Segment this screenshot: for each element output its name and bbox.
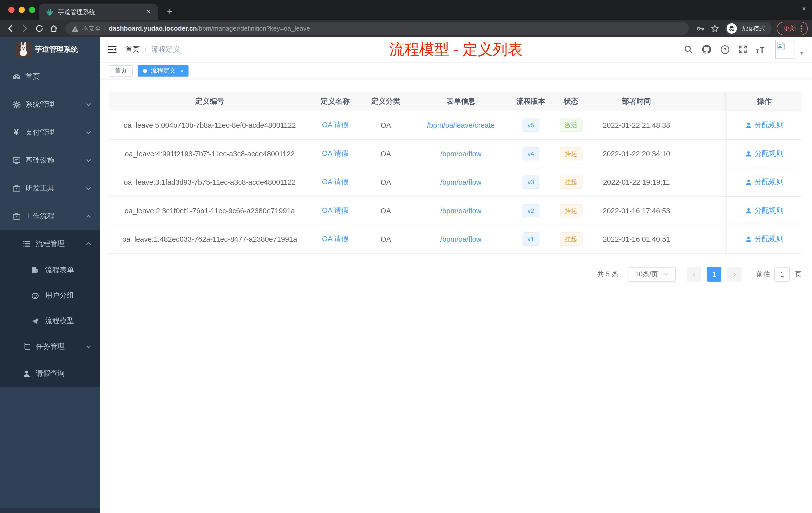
- deploy-time: 2022-01-22 20:34:10: [590, 150, 683, 158]
- address-bar[interactable]: 不安全 dashboard.yudao.iocoder.cn/bpm/manag…: [65, 22, 689, 35]
- sidebar-item-label: 请假查询: [36, 369, 92, 379]
- chevron-down-icon: [85, 344, 92, 350]
- definition-name-link[interactable]: OA 请假: [322, 149, 348, 157]
- incognito-label: 无痕模式: [741, 24, 765, 33]
- definition-name-link[interactable]: OA 请假: [322, 177, 348, 186]
- bookmark-star-icon[interactable]: [708, 22, 721, 35]
- browser-menu-dots-icon[interactable]: [801, 25, 802, 32]
- assign-rule-link[interactable]: 分配规则: [745, 121, 784, 130]
- sidebar-collapse-icon[interactable]: [108, 46, 116, 54]
- tag-process-definition[interactable]: 流程定义 ×: [138, 65, 189, 76]
- breadcrumb: 首页 / 流程定义: [125, 45, 180, 54]
- column-header: 定义分类: [360, 97, 411, 106]
- github-icon[interactable]: [702, 44, 712, 54]
- page-unit-label: 页: [795, 270, 802, 279]
- table-row: oa_leave:4:991f2193-7b7f-11ec-a3c8-acde4…: [109, 140, 802, 168]
- page-size-select[interactable]: 10条/页: [628, 267, 676, 281]
- sidebar-item-devtools[interactable]: 研发工具: [0, 175, 100, 202]
- pagination: 共 5 条 10条/页 1 前往 页: [109, 267, 802, 281]
- document-edit-icon: [31, 266, 39, 274]
- forward-icon[interactable]: [19, 22, 31, 35]
- reload-icon[interactable]: [33, 22, 46, 35]
- form-link[interactable]: /bpm/oa/flow: [440, 235, 482, 243]
- close-window-button[interactable]: [8, 7, 14, 13]
- favicon-plant-icon: [46, 8, 54, 16]
- fullscreen-icon[interactable]: [738, 45, 747, 54]
- brand-avatar: [16, 42, 31, 58]
- sidebar-item-process-management[interactable]: 流程管理: [0, 231, 100, 257]
- deploy-time: 2022-01-22 21:48:38: [590, 121, 683, 129]
- sidebar-item-label: 任务管理: [36, 342, 85, 351]
- definition-name-link[interactable]: OA 请假: [322, 121, 348, 129]
- tag-close-icon[interactable]: ×: [180, 67, 183, 74]
- sidebar-item-home[interactable]: 首页: [0, 63, 100, 91]
- chevron-up-icon: [85, 241, 92, 247]
- prev-page-button[interactable]: [687, 267, 701, 281]
- table-row: oa_leave:5:004b710b-7b8a-11ec-8ef0-acde4…: [109, 111, 802, 140]
- sidebar-item-leave-query[interactable]: 请假查询: [0, 360, 100, 387]
- sidebar-item-task-management[interactable]: 任务管理: [0, 333, 100, 360]
- next-page-button[interactable]: [727, 267, 742, 281]
- home-icon[interactable]: [48, 22, 60, 35]
- sidebar-item-workflow[interactable]: 工作流程: [0, 202, 100, 230]
- assign-rule-link[interactable]: 分配规则: [745, 234, 784, 244]
- minimize-window-button[interactable]: [19, 7, 25, 13]
- new-tab-button[interactable]: +: [163, 5, 177, 18]
- page-number-1[interactable]: 1: [707, 267, 721, 281]
- assign-rule-link[interactable]: 分配规则: [745, 177, 784, 187]
- sidebar-item-process-model[interactable]: 流程模型: [0, 308, 100, 333]
- browser-toolbar: 不安全 dashboard.yudao.iocoder.cn/bpm/manag…: [0, 20, 812, 37]
- gear-icon: [12, 100, 21, 109]
- sidebar-item-label: 用户分组: [45, 291, 74, 300]
- security-warning-icon[interactable]: [71, 25, 79, 32]
- assign-rule-label: 分配规则: [754, 177, 784, 187]
- sidebar-item-system[interactable]: 系统管理: [0, 91, 100, 118]
- chevron-down-icon: [85, 157, 92, 163]
- tab-close-icon[interactable]: ×: [144, 8, 153, 16]
- definition-name-link[interactable]: OA 请假: [322, 206, 348, 214]
- assign-rule-link[interactable]: 分配规则: [745, 149, 784, 158]
- password-key-icon[interactable]: [694, 22, 706, 35]
- goto-page-input[interactable]: [774, 267, 790, 281]
- yen-icon: ¥: [12, 127, 21, 138]
- definition-table: 定义编号 定义名称 定义分类 表单信息 流程版本 状态 部署时间 操作 oa_l…: [109, 92, 802, 254]
- version-badge: v2: [522, 204, 539, 218]
- column-header: 定义名称: [311, 97, 360, 106]
- form-link[interactable]: /bpm/oa/leave/create: [427, 121, 495, 129]
- column-header: 部署时间: [590, 97, 683, 106]
- search-icon[interactable]: [684, 45, 693, 54]
- dashboard-icon: [12, 72, 21, 81]
- assign-rule-label: 分配规则: [754, 149, 784, 158]
- definition-id: oa_leave:1:482ec033-762a-11ec-8477-a2380…: [109, 235, 311, 243]
- definition-category: OA: [360, 150, 411, 158]
- tab-search-chevron-icon[interactable]: ▼: [801, 6, 807, 12]
- version-badge: v3: [522, 175, 539, 189]
- definition-name-link[interactable]: OA 请假: [322, 234, 348, 243]
- sidebar-item-payment[interactable]: ¥ 支付管理: [0, 118, 100, 146]
- tag-home[interactable]: 首页: [109, 65, 133, 76]
- monitor-chart-icon: [12, 156, 21, 164]
- form-link[interactable]: /bpm/oa/flow: [440, 150, 482, 158]
- breadcrumb-home[interactable]: 首页: [125, 45, 140, 54]
- form-link[interactable]: /bpm/oa/flow: [440, 207, 482, 215]
- form-link[interactable]: /bpm/oa/flow: [440, 178, 482, 186]
- assign-rule-link[interactable]: 分配规则: [745, 206, 784, 215]
- zoom-window-button[interactable]: [29, 7, 35, 13]
- help-question-icon[interactable]: ?: [720, 45, 730, 54]
- breadcrumb-separator: /: [144, 45, 146, 54]
- font-size-icon[interactable]: TT: [756, 45, 766, 54]
- sidebar-item-process-form[interactable]: 流程表单: [0, 257, 100, 282]
- sidebar-item-infrastructure[interactable]: 基础设施: [0, 147, 100, 175]
- browser-update-button[interactable]: 更新: [777, 22, 808, 35]
- browser-tab[interactable]: 芋道管理系统 ×: [39, 3, 158, 20]
- user-menu-caret-icon[interactable]: ▼: [799, 50, 804, 56]
- user-avatar-broken-image[interactable]: [775, 40, 794, 59]
- sidebar-item-user-group[interactable]: 用户分组: [0, 282, 100, 308]
- status-badge: 挂起: [560, 233, 582, 246]
- status-badge: 挂起: [560, 147, 582, 161]
- column-header: 状态: [552, 97, 590, 106]
- url-host: dashboard.yudao.iocoder.cn: [109, 25, 197, 32]
- table-row: oa_leave:3:1fad3d93-7b75-11ec-a3c8-acde4…: [109, 168, 802, 197]
- back-icon[interactable]: [4, 22, 17, 35]
- definition-category: OA: [360, 121, 411, 129]
